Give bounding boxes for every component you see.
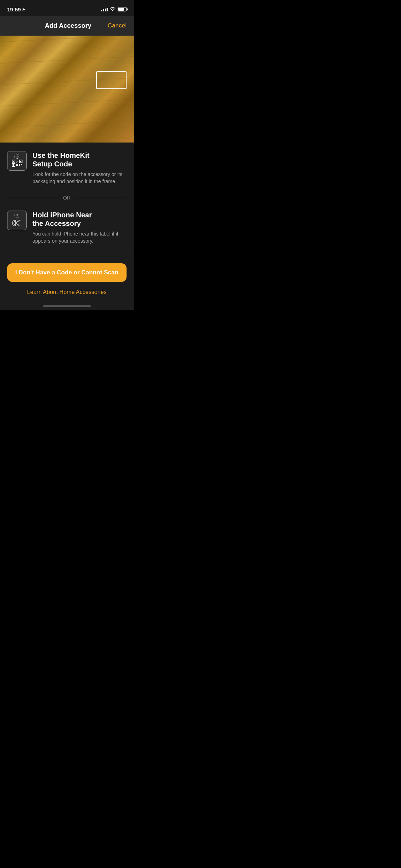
nav-bar: Add Accessory Cancel xyxy=(0,16,134,36)
nfc-icon: 1234 5678 xyxy=(7,211,27,230)
time-display: 19:59 xyxy=(7,6,21,12)
nfc-desc: You can hold iPhone near this label if i… xyxy=(32,231,127,244)
svg-rect-5 xyxy=(20,161,21,162)
svg-rect-12 xyxy=(17,161,18,161)
button-area: I Don't Have a Code or Cannot Scan Learn… xyxy=(0,253,134,301)
svg-rect-8 xyxy=(13,164,14,166)
svg-rect-9 xyxy=(16,160,17,160)
scan-frame xyxy=(96,71,127,89)
nfc-text: Hold iPhone Nearthe Accessory You can ho… xyxy=(32,211,127,244)
nfc-title: Hold iPhone Nearthe Accessory xyxy=(32,211,127,228)
wifi-icon xyxy=(110,7,115,11)
svg-rect-15 xyxy=(16,165,17,166)
signal-icon xyxy=(101,7,108,11)
content-area: 1234 5678 xyxy=(0,143,134,310)
qr-code-icon: 1234 5678 xyxy=(7,151,27,171)
no-code-button[interactable]: I Don't Have a Code or Cannot Scan xyxy=(7,263,127,282)
cancel-button[interactable]: Cancel xyxy=(108,22,127,29)
svg-rect-19 xyxy=(21,164,22,165)
svg-rect-2 xyxy=(13,161,14,162)
svg-rect-17 xyxy=(19,164,20,165)
camera-texture xyxy=(0,36,134,143)
svg-rect-13 xyxy=(16,162,17,162)
svg-rect-18 xyxy=(19,165,20,166)
svg-rect-16 xyxy=(17,165,18,166)
battery-icon xyxy=(118,7,127,11)
homekit-code-text: Use the HomeKitSetup Code Look for the c… xyxy=(32,151,127,185)
divider-text: OR xyxy=(63,195,71,201)
home-indicator xyxy=(0,301,134,310)
page-title: Add Accessory xyxy=(29,22,108,30)
status-icons xyxy=(101,7,127,11)
homekit-code-desc: Look for the code on the accessory or it… xyxy=(32,171,127,185)
svg-rect-14 xyxy=(16,164,18,165)
divider-line-left xyxy=(7,198,59,198)
homekit-code-title: Use the HomeKitSetup Code xyxy=(32,151,127,168)
homekit-code-section: 1234 5678 xyxy=(0,143,134,193)
status-time: 19:59 ➤ xyxy=(7,6,25,12)
divider-line-right xyxy=(75,198,127,198)
svg-rect-10 xyxy=(17,160,18,160)
camera-view xyxy=(0,36,134,143)
svg-rect-11 xyxy=(16,161,17,161)
location-icon: ➤ xyxy=(22,7,25,12)
learn-more-button[interactable]: Learn About Home Accessories xyxy=(7,289,127,295)
nfc-section: 1234 5678 Hold iPhone xyxy=(0,202,134,253)
or-divider: OR xyxy=(0,195,134,201)
status-bar: 19:59 ➤ xyxy=(0,0,134,16)
home-bar xyxy=(43,305,91,307)
